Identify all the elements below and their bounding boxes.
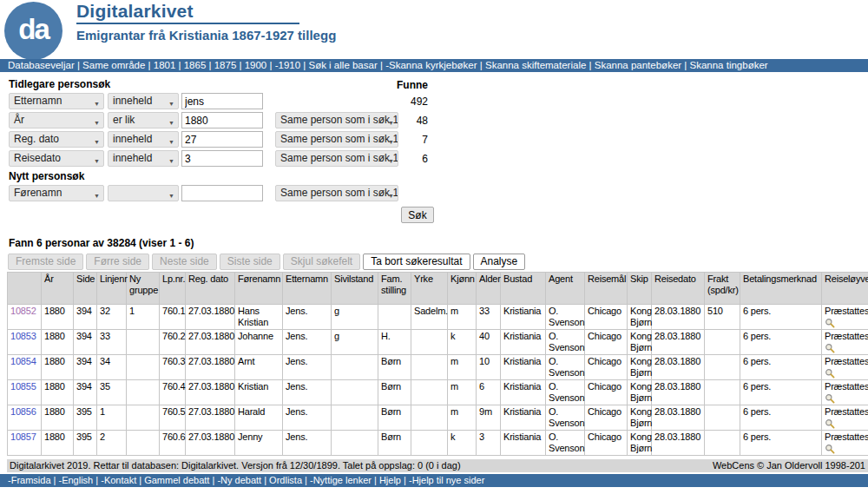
cell-etternamn: Jens. [283,431,332,456]
operator-select[interactable]: er lik▼ [108,112,179,128]
operator-select[interactable]: inneheld▼ [108,131,179,148]
footernav-link-ny-debatt[interactable]: -Ny debatt [217,475,261,485]
chevron-down-icon: ▼ [168,188,174,201]
digitalarkivet-logo[interactable]: da [4,2,62,60]
table-row: 10855188039435760.427.03.1880KristianJen… [8,380,868,405]
topnav-link-skanna-kyrkjeb-ker[interactable]: -Skanna kyrkjebøker [385,60,477,70]
record-link[interactable]: 10852 [10,306,36,316]
same-person-select[interactable]: Same person som i søk 1▼ [275,150,398,167]
topnav-link-databaseveljar[interactable]: Databaseveljar [8,60,75,70]
cell-reg-dato: 27.03.1880 [186,405,235,431]
toolbar-button-analyse[interactable]: Analyse [473,254,526,270]
field-select[interactable]: Reisedato▼ [9,150,104,167]
topnav-link-1865[interactable]: 1865 [184,60,207,70]
magnifier-icon[interactable] [825,368,835,379]
operator-select[interactable]: ▼ [108,185,179,201]
logo-text: da [18,13,49,49]
footernav-link-ordlista[interactable]: Ordlista [269,475,302,485]
magnifier-icon[interactable] [825,343,835,353]
cell-sivilstand: g [332,305,378,330]
field-select[interactable]: År▼ [9,112,104,128]
footernav-link-english[interactable]: -English [59,475,94,485]
cell-reisem-l: Chicago [585,431,628,456]
search-value-input[interactable] [181,131,263,148]
record-link[interactable]: 10857 [10,431,36,442]
cell-reisedato: 28.03.1880 [652,330,705,355]
cell-f-renamn: Kristian [235,380,283,405]
footernav-link-hjelp-til-nye-sider[interactable]: -Hjelp til nye sider [409,475,484,485]
cell-linjenr: 2 [97,431,127,456]
record-link[interactable]: 10854 [10,356,36,366]
field-select[interactable]: Førenamn▼ [9,185,104,201]
cell-fam-stilling: H. [378,330,411,355]
footernav-link-hjelp[interactable]: Hjelp [379,475,401,485]
cell-lp-nr: 760.2 [160,330,186,355]
magnifier-icon[interactable] [825,318,835,328]
column-header-f-renamn: Førenamn [235,273,283,305]
column-header-bustad: Bustad [501,273,546,305]
same-person-select[interactable]: Same person som i søk 1▼ [275,131,398,148]
record-link[interactable]: 10853 [10,331,36,341]
cell-alder: 40 [477,330,501,355]
field-select[interactable]: Etternamn▼ [9,93,104,109]
footernav-link-kontakt[interactable]: -Kontakt [101,475,136,485]
record-link[interactable]: 10856 [10,406,36,417]
cell-reisedato: 28.03.1880 [652,405,705,431]
nav-separator: | [75,60,82,70]
operator-select[interactable]: inneheld▼ [108,93,179,109]
magnifier-icon[interactable] [825,418,835,429]
cell-kj-nn: k [448,431,477,456]
record-link[interactable]: 10855 [10,381,36,392]
page: da Digitalarkivet Emigrantar frå Kristia… [0,0,868,494]
cell-linjenr: 32 [97,305,127,330]
topnav-link-skanna-tingb-ker[interactable]: Skanna tingbøker [690,60,768,70]
magnifier-icon[interactable] [825,393,835,404]
search-value-input[interactable] [181,185,263,201]
toolbar-button-ta-bort-s-keresultat[interactable]: Ta bort søkeresultat [363,254,470,270]
table-row: 108521880394321760.127.03.1880Hans Krist… [8,305,868,330]
topnav-link-same-omr-de[interactable]: Same område [82,60,145,70]
column-header-skip: Skip [628,273,652,305]
topnav-link-1801[interactable]: 1801 [154,60,176,70]
chevron-down-icon: ▼ [388,188,394,201]
page-title: Digitalarkivet [76,2,336,21]
topnav-link-skanna-panteb-ker[interactable]: Skanna pantebøker [595,60,681,70]
cell-alder: 33 [477,305,501,330]
same-person-select[interactable]: Same person som i søk 1▼ [275,185,398,201]
title-divider [76,23,299,24]
search-value-input[interactable] [181,112,263,128]
cell-lp-nr: 760.3 [160,355,186,380]
cell-side: 394 [74,305,97,330]
column-header-fam-stilling: Fam. stilling [378,273,411,305]
search-value-input[interactable] [181,150,263,167]
table-row: 10853188039433760.227.03.1880JohanneJens… [8,330,868,355]
footernav-link-nyttige-lenker[interactable]: -Nyttige lenker [310,475,372,485]
cell-agent: O. Svenson [546,355,585,380]
footernav-link-gammel-debatt[interactable]: Gammel debatt [144,475,209,485]
topnav-link-1910[interactable]: -1910 [275,60,300,70]
cell-sivilstand [332,405,378,431]
topnav-link-s-k-i-alle-basar[interactable]: Søk i alle basar [308,60,377,70]
cell-yrke: Sadelm. [411,305,448,330]
topnav-link-skanna-skiftemateriale[interactable]: Skanna skiftemateriale [485,60,586,70]
cell-fam-stilling: Børn [378,355,411,380]
cell-yrke [411,405,448,431]
cell-fam-stilling: Børn [378,405,411,431]
footernav-link-framsida[interactable]: -Framsida [8,475,51,485]
magnifier-icon[interactable] [825,444,835,454]
search-button[interactable]: Søk [401,207,434,223]
cell-linjenr: 34 [97,355,127,380]
operator-select[interactable]: inneheld▼ [108,150,179,167]
cell-fam-stilling: Børn [378,380,411,405]
table-row: 1085618803951760.527.03.1880HaraldJens.B… [8,405,868,431]
cell-etternamn: Jens. [283,330,332,355]
field-select[interactable]: Reg. dato▼ [9,131,104,148]
same-person-select-value: Same person som i søk 1 [280,114,398,126]
topnav-link-1875[interactable]: 1875 [214,60,237,70]
nav-separator: | [378,60,385,70]
cell-betalingsmerknad: 6 pers. [740,431,822,456]
search-value-input[interactable] [181,93,263,109]
cell-betalingsmerknad: 6 pers. [740,405,822,431]
topnav-link-1900[interactable]: 1900 [245,60,267,70]
same-person-select[interactable]: Same person som i søk 1▼ [275,112,398,128]
